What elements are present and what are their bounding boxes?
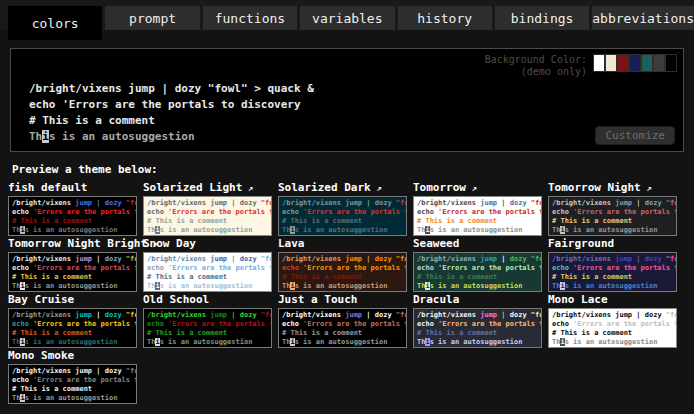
theme-title: Tomorrow Night ↗ [548,181,683,194]
tab-variables[interactable]: variables [300,6,394,30]
theme-preview-box[interactable]: /bright/vixens jump | dozy "fowl" > quac… [278,252,407,292]
sample-command2: dozy [645,199,662,207]
sample-comment: # This is a comment [417,273,497,281]
sample-pipe: | [362,199,375,207]
terminal-line: echo 'Errors are the portals to discover… [29,97,314,113]
sample-quote: "fowl" > quack & [122,199,137,207]
sample-echo: echo [147,208,168,216]
sample-echo: echo [147,264,168,272]
theme-card-tomorrow[interactable]: Tomorrow ↗/bright/vixens jump | dozy "fo… [413,181,548,237]
sample-path: /bright/vixens [282,199,345,207]
terminal-line: echo 'Errors are the portals to discover… [417,208,538,217]
theme-preview-box[interactable]: /bright/vixens jump | dozy "fowl" > quac… [143,308,272,348]
sample-command: jump [210,311,227,319]
sample-string: 'Errors are the portals to discovery [573,208,677,216]
sample-quote: "fowl" > quack & [662,199,677,207]
background-swatch-2[interactable] [605,54,617,72]
sample-string: 'Errors are the portals to discovery [62,98,300,111]
tab-colors[interactable]: colors [8,6,102,40]
theme-preview-box[interactable]: /bright/vixens jump | dozy "fowl" > quac… [278,196,407,236]
theme-title: Fairground [548,237,683,250]
sample-echo: echo [147,320,168,328]
theme-preview-box[interactable]: /bright/vixens jump | dozy "fowl" > quac… [8,308,137,348]
theme-card-fish-default[interactable]: fish default/bright/vixens jump | dozy "… [8,181,143,237]
sample-echo: echo [417,320,438,328]
theme-card-old-school[interactable]: Old School/bright/vixens jump | dozy "fo… [143,293,278,349]
theme-preview-box[interactable]: /bright/vixens jump | dozy "fowl" > quac… [413,252,542,292]
theme-card-bay-cruise[interactable]: Bay Cruise/bright/vixens jump | dozy "fo… [8,293,143,349]
theme-card-lava[interactable]: Lava/bright/vixens jump | dozy "fowl" > … [278,237,413,293]
sample-command: jump [480,199,497,207]
theme-card-just-a-touch[interactable]: Just a Touch/bright/vixens jump | dozy "… [278,293,413,349]
terminal-line: This is an autosuggestion [552,226,673,235]
terminal-line: echo 'Errors are the portals to discover… [282,208,403,217]
sample-autosuggestion: s is an autosuggestion [49,130,195,143]
theme-card-dracula[interactable]: Dracula/bright/vixens jump | dozy "fowl"… [413,293,548,349]
theme-title: Solarized Light ↗ [143,181,278,194]
background-swatch-3[interactable] [617,54,629,72]
theme-card-tomorrow-night-bright[interactable]: Tomorrow Night Bright ↗/bright/vixens ju… [8,237,143,293]
sample-path: /bright/vixens [12,311,75,319]
sample-echo: echo [417,264,438,272]
theme-preview-box[interactable]: /bright/vixens jump | dozy "fowl" > quac… [413,308,542,348]
terminal-line: echo 'Errors are the portals to discover… [147,264,268,273]
sample-command2: dozy [105,367,122,375]
theme-preview-box[interactable]: /bright/vixens jump | dozy "fowl" > quac… [8,196,137,236]
tab-prompt[interactable]: prompt [105,6,199,30]
theme-preview-box[interactable]: /bright/vixens jump | dozy "fowl" > quac… [278,308,407,348]
theme-card-seaweed[interactable]: Seaweed/bright/vixens jump | dozy "fowl"… [413,237,548,293]
background-swatch-6[interactable] [653,54,665,72]
terminal-line: echo 'Errors are the portals to discover… [12,208,133,217]
terminal-line: echo 'Errors are the portals to discover… [417,320,538,329]
theme-card-solarized-light[interactable]: Solarized Light ↗/bright/vixens jump | d… [143,181,278,237]
theme-card-solarized-dark[interactable]: Solarized Dark ↗/bright/vixens jump | do… [278,181,413,237]
theme-grid: fish default/bright/vixens jump | dozy "… [8,181,683,405]
theme-card-fairground[interactable]: Fairground/bright/vixens jump | dozy "fo… [548,237,683,293]
sample-command2: dozy [645,255,662,263]
theme-card-snow-day[interactable]: Snow Day/bright/vixens jump | dozy "fowl… [143,237,278,293]
theme-preview-box[interactable]: /bright/vixens jump | dozy "fowl" > quac… [143,196,272,236]
terminal-line: This is an autosuggestion [12,338,133,347]
theme-card-tomorrow-night[interactable]: Tomorrow Night ↗/bright/vixens jump | do… [548,181,683,237]
background-swatch-5[interactable] [641,54,653,72]
sample-string: 'Errors are the portals to discovery [33,376,137,384]
sample-string: 'Errors are the portals to discovery [303,264,407,272]
sample-quote: "fowl" > quack & [527,199,542,207]
theme-preview-box[interactable]: /bright/vixens jump | dozy "fowl" > quac… [548,252,677,292]
sample-autosuggestion: s is an autosuggestion [295,338,388,346]
background-swatch-7[interactable] [665,54,677,72]
background-swatch-1[interactable] [593,54,605,72]
theme-preview-box[interactable]: /bright/vixens jump | dozy "fowl" > quac… [413,196,542,236]
theme-preview-box[interactable]: /bright/vixens jump | dozy "fowl" > quac… [8,252,137,292]
theme-preview-box[interactable]: /bright/vixens jump | dozy "fowl" > quac… [143,252,272,292]
theme-preview-box[interactable]: /bright/vixens jump | dozy "fowl" > quac… [548,308,677,348]
sample-autosuggestion: s is an autosuggestion [565,226,658,234]
sample-pipe: | [92,311,105,319]
theme-preview-box[interactable]: /bright/vixens jump | dozy "fowl" > quac… [8,364,137,404]
terminal-line: echo 'Errors are the portals to discover… [282,264,403,273]
background-swatch-4[interactable] [629,54,641,72]
theme-preview-box[interactable]: /bright/vixens jump | dozy "fowl" > quac… [548,196,677,236]
sample-command: jump [75,199,92,207]
sample-comment: # This is a comment [147,217,227,225]
terminal-line: echo 'Errors are the portals to discover… [147,320,268,329]
sample-autosuggestion: s is an autosuggestion [430,226,523,234]
sample-comment: # This is a comment [29,114,155,127]
sample-pipe: | [92,255,105,263]
theme-card-mono-smoke[interactable]: Mono Smoke/bright/vixens jump | dozy "fo… [8,349,143,405]
sample-comment: # This is a comment [282,217,362,225]
theme-title: Solarized Dark ↗ [278,181,413,194]
tab-bar: colorspromptfunctionsvariableshistorybin… [0,0,694,30]
tab-functions[interactable]: functions [203,6,297,30]
terminal-line: This is an autosuggestion [552,338,673,347]
sample-echo: echo [12,264,33,272]
tab-history[interactable]: history [398,6,492,30]
theme-card-mono-lace[interactable]: Mono Lace/bright/vixens jump | dozy "fow… [548,293,683,349]
tab-bindings[interactable]: bindings [495,6,589,30]
terminal-line: # This is a comment [417,273,538,282]
tab-abbreviations[interactable]: abbreviations [592,6,694,30]
sample-comment: # This is a comment [552,217,632,225]
terminal-line: /bright/vixens jump | dozy "fowl" > quac… [12,199,133,208]
sample-command: jump [128,82,155,95]
customize-button[interactable]: Customize [595,126,675,145]
